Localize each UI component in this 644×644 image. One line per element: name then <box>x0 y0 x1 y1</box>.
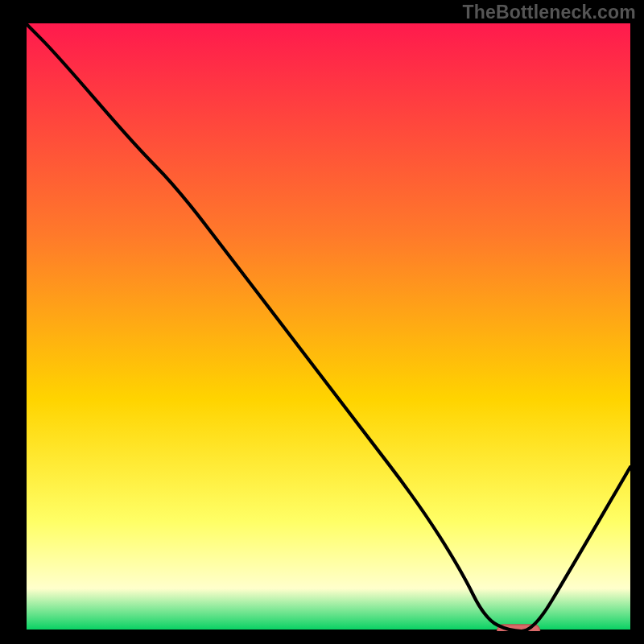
chart-frame: TheBottleneck.com <box>0 0 644 644</box>
plot-background <box>26 23 630 631</box>
axis-right <box>631 18 634 634</box>
axis-bottom <box>21 630 634 635</box>
axis-left <box>21 18 27 634</box>
bottleneck-curve-plot <box>0 0 644 644</box>
watermark-label: TheBottleneck.com <box>462 2 636 23</box>
